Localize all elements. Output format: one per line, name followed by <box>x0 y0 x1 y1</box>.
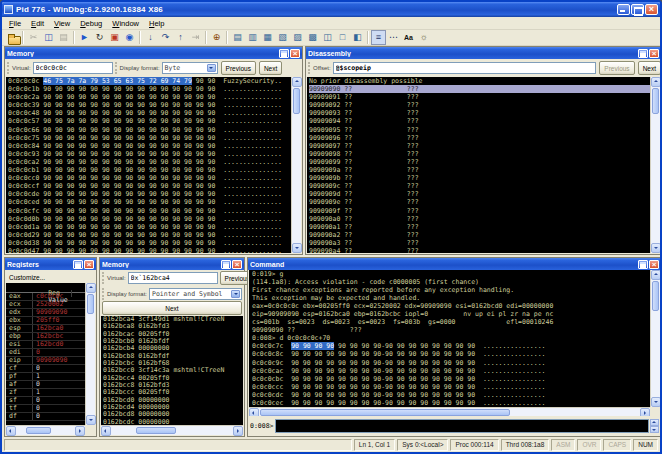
dock-icon[interactable] <box>221 260 231 269</box>
horizontal-scrollbar[interactable] <box>101 425 243 435</box>
registers-table[interactable]: Reg Value eaxc0c0c0cecx2520002edx9090909… <box>6 283 85 425</box>
registers-window-icon[interactable]: ▧ <box>275 30 290 45</box>
minimize-button[interactable] <box>617 4 630 15</box>
offset-input[interactable] <box>333 62 597 74</box>
spinner-down-icon[interactable] <box>650 426 659 433</box>
scroll-down-icon[interactable] <box>86 415 96 425</box>
scroll-up-icon[interactable] <box>651 270 661 280</box>
font-icon[interactable]: Aa <box>401 30 416 45</box>
close-icon[interactable] <box>84 260 94 269</box>
dock-icon[interactable] <box>638 49 648 58</box>
scroll-thumb[interactable] <box>652 88 659 114</box>
step-out-icon[interactable]: ↑ <box>173 30 188 45</box>
disassembly-window-icon[interactable]: ◫ <box>320 30 335 45</box>
scroll-right-icon[interactable] <box>233 426 243 436</box>
vertical-scrollbar[interactable] <box>291 77 301 253</box>
break-icon[interactable]: ◉ <box>122 30 137 45</box>
scroll-thumb[interactable] <box>87 294 94 314</box>
insert-remove-breakpoint-icon[interactable]: ⊕ <box>209 30 224 45</box>
scroll-left-icon[interactable] <box>6 426 16 436</box>
go-icon[interactable]: ► <box>77 30 92 45</box>
command-history-spinner[interactable] <box>650 419 659 433</box>
command-output-line: 0c0c0cdc 90 90 90 90 90 90 90 90-90 90 9… <box>252 391 650 399</box>
call-stack-window-icon[interactable]: ▩ <box>305 30 320 45</box>
horizontal-scrollbar[interactable] <box>6 425 85 435</box>
dock-icon[interactable] <box>279 49 289 58</box>
scroll-thumb[interactable] <box>136 427 176 434</box>
maximize-button[interactable] <box>631 4 644 15</box>
options-icon[interactable]: ☼ <box>416 30 431 45</box>
step-over-icon[interactable]: ↷ <box>158 30 173 45</box>
memory-window-icon[interactable]: ▨ <box>290 30 305 45</box>
previous-button[interactable]: Previous <box>221 61 256 75</box>
scroll-left-icon[interactable] <box>101 426 111 436</box>
scroll-thumb[interactable] <box>293 88 300 114</box>
display-format-select[interactable]: Byte <box>162 62 218 74</box>
memory-top-titlebar[interactable]: Memory <box>5 47 302 59</box>
memory-bottom-titlebar[interactable]: Memory <box>100 258 244 270</box>
command-output[interactable]: 0:019> g(114.1a8): Access violation - co… <box>249 270 650 407</box>
cut-icon[interactable]: ✂ <box>26 30 41 45</box>
spinner-up-icon[interactable] <box>650 419 659 426</box>
source-mode-on-icon[interactable]: ≡ <box>371 30 386 45</box>
disassembly-titlebar[interactable]: Disassembly <box>306 47 661 59</box>
vertical-scrollbar[interactable] <box>85 283 95 425</box>
scroll-down-icon[interactable] <box>292 243 302 253</box>
copy-icon[interactable]: ◫ <box>41 30 56 45</box>
menu-window[interactable]: Window <box>107 18 144 29</box>
vertical-scrollbar[interactable] <box>650 270 660 407</box>
watch-window-icon[interactable]: ▥ <box>245 30 260 45</box>
chevron-down-icon[interactable] <box>207 64 216 72</box>
scroll-thumb[interactable] <box>26 427 51 434</box>
run-to-cursor-icon[interactable]: ⇥ <box>188 30 203 45</box>
close-button[interactable] <box>645 4 658 15</box>
vertical-scrollbar[interactable] <box>650 77 660 253</box>
display-format-select[interactable]: Pointer and Symbol <box>149 288 242 300</box>
scratch-pad-window-icon[interactable]: □ <box>335 30 350 45</box>
close-icon[interactable] <box>649 260 659 269</box>
disassembly-listing[interactable]: No prior disassembly possible90909090 ??… <box>307 77 650 253</box>
open-source-file-icon[interactable] <box>5 30 20 45</box>
stop-debugging-icon[interactable]: ▣ <box>107 30 122 45</box>
dock-icon[interactable] <box>73 260 83 269</box>
chevron-down-icon[interactable] <box>231 290 240 298</box>
titlebar[interactable]: Pid 776 - WinDbg:6.2.9200.16384 X86 <box>2 2 660 17</box>
menu-edit[interactable]: Edit <box>26 18 49 29</box>
close-icon[interactable] <box>649 49 659 58</box>
scroll-right-icon[interactable] <box>75 426 85 436</box>
registers-titlebar[interactable]: Registers <box>5 258 96 270</box>
pointer-symbol-dump[interactable]: 0162bca4 3cf149d1 mshtml!CTreeN0162bca8 … <box>101 316 243 425</box>
next-button[interactable]: Next <box>259 61 282 75</box>
scroll-thumb[interactable] <box>652 281 659 311</box>
virtual-address-input[interactable] <box>128 272 218 284</box>
scroll-up-icon[interactable] <box>86 283 96 293</box>
dock-icon[interactable] <box>638 260 648 269</box>
next-button[interactable]: Next <box>102 301 242 315</box>
processes-window-icon[interactable]: ◧ <box>350 30 365 45</box>
step-into-icon[interactable]: ↓ <box>143 30 158 45</box>
next-button[interactable]: Next <box>638 61 661 75</box>
locals-window-icon[interactable]: ▦ <box>260 30 275 45</box>
scroll-thumb[interactable] <box>260 409 510 416</box>
scroll-down-icon[interactable] <box>651 397 661 407</box>
menu-help[interactable]: Help <box>144 18 169 29</box>
status-asm: ASM <box>551 439 575 451</box>
scroll-up-icon[interactable] <box>651 77 661 87</box>
menu-file[interactable]: File <box>4 18 26 29</box>
memory-hex-dump[interactable]: 0c0c0c0c 46 75 7a 7a 79 53 65 63 75 72 6… <box>6 77 291 253</box>
paste-icon[interactable]: ▤ <box>56 30 71 45</box>
menu-view[interactable]: View <box>49 18 75 29</box>
command-input[interactable] <box>275 419 649 433</box>
customize-link[interactable]: Customize... <box>6 271 95 283</box>
scroll-down-icon[interactable] <box>651 243 661 253</box>
virtual-address-input[interactable] <box>33 62 113 74</box>
previous-button[interactable]: Previous <box>599 61 634 75</box>
command-titlebar[interactable]: Command <box>248 258 661 270</box>
source-mode-off-icon[interactable]: ⋯ <box>386 30 401 45</box>
close-icon[interactable] <box>232 260 242 269</box>
menu-debug[interactable]: Debug <box>75 18 107 29</box>
restart-icon[interactable]: ↻ <box>92 30 107 45</box>
close-icon[interactable] <box>290 49 300 58</box>
scroll-up-icon[interactable] <box>292 77 302 87</box>
command-window-icon[interactable]: ▤ <box>230 30 245 45</box>
